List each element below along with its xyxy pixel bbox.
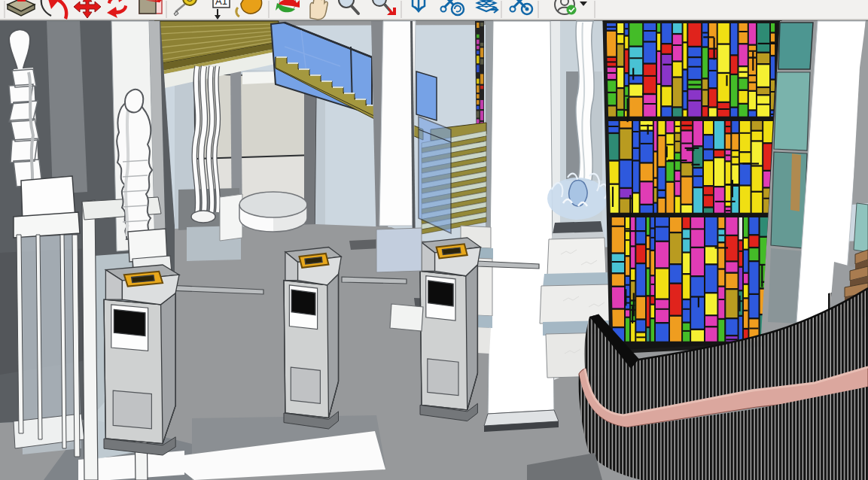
svg-text:A1: A1 [215, 0, 227, 7]
